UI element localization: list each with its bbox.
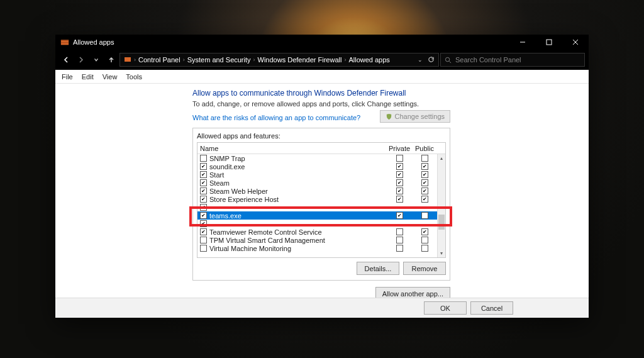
column-public[interactable]: Public <box>412 143 437 154</box>
public-checkbox[interactable] <box>421 237 428 243</box>
private-checkbox[interactable] <box>396 187 403 194</box>
app-name-label: Virtual Machine Monitoring <box>209 245 291 252</box>
app-name-label: SNMP Trap <box>209 155 245 162</box>
private-checkbox[interactable] <box>396 196 403 203</box>
navbar: › Control Panel › System and Security › … <box>55 50 589 70</box>
private-checkbox[interactable] <box>396 245 403 252</box>
forward-button[interactable] <box>74 53 88 67</box>
window: Allowed apps › Control Panel › System an… <box>55 35 589 318</box>
public-checkbox[interactable] <box>421 155 428 162</box>
up-button[interactable] <box>104 53 118 67</box>
chevron-right-icon: › <box>344 57 346 63</box>
enabled-checkbox[interactable] <box>200 245 207 252</box>
enabled-checkbox[interactable] <box>200 204 207 211</box>
cancel-button[interactable]: Cancel <box>470 301 513 315</box>
page-description: To add, change, or remove allowed apps a… <box>192 100 450 108</box>
enabled-checkbox[interactable] <box>200 171 207 178</box>
enabled-checkbox[interactable] <box>200 196 207 203</box>
table-row[interactable]: Steam Web Helper <box>197 187 445 195</box>
details-button[interactable]: Details... <box>357 262 399 275</box>
public-checkbox[interactable] <box>421 179 428 186</box>
firewall-icon <box>124 55 131 64</box>
window-title: Allowed apps <box>73 38 114 46</box>
enabled-checkbox[interactable] <box>200 155 207 162</box>
search-placeholder: Search Control Panel <box>455 56 521 64</box>
private-checkbox[interactable] <box>396 155 403 162</box>
public-checkbox[interactable] <box>421 212 428 219</box>
table-row[interactable]: Team Fortress 2 <box>197 203 445 211</box>
table-row[interactable]: Start <box>197 171 445 179</box>
column-name[interactable]: Name <box>197 143 387 154</box>
breadcrumb-item[interactable]: Allowed apps <box>348 56 389 64</box>
maximize-button[interactable] <box>536 35 562 50</box>
list-body: SNMP Trapsoundit.exeStartSteamSteam Web … <box>197 154 445 257</box>
table-row[interactable]: Steam <box>197 179 445 187</box>
breadcrumb-item[interactable]: Control Panel <box>138 56 180 64</box>
page-title: Allow apps to communicate through Window… <box>192 89 450 98</box>
vertical-scrollbar[interactable]: ▴ ▾ <box>437 154 445 257</box>
enabled-checkbox[interactable] <box>200 179 207 186</box>
app-name-label: soundit.exe <box>209 163 245 171</box>
table-row[interactable]: teams.exe <box>197 211 445 220</box>
search-input[interactable]: Search Control Panel <box>440 53 585 67</box>
menu-edit[interactable]: Edit <box>82 73 94 81</box>
app-name-label: Steam <box>209 179 230 187</box>
enabled-checkbox[interactable] <box>200 163 207 170</box>
risks-link[interactable]: What are the risks of allowing an app to… <box>192 114 360 121</box>
back-button[interactable] <box>59 53 73 67</box>
scroll-up-button[interactable]: ▴ <box>438 154 445 162</box>
chevron-right-icon: › <box>134 57 136 63</box>
private-checkbox[interactable] <box>396 179 403 186</box>
public-checkbox[interactable] <box>421 171 428 178</box>
svg-point-8 <box>445 57 449 61</box>
allowed-apps-group: Allowed apps and features: Name Private … <box>192 128 450 281</box>
app-name-label: TPM Virtual Smart Card Management <box>209 237 325 244</box>
private-checkbox[interactable] <box>396 212 403 219</box>
breadcrumb[interactable]: › Control Panel › System and Security › … <box>119 53 439 67</box>
menu-view[interactable]: View <box>103 73 118 81</box>
enabled-checkbox[interactable] <box>200 228 207 235</box>
content: Allow apps to communicate through Window… <box>55 84 589 298</box>
table-row[interactable]: Store Experience Host <box>197 195 445 203</box>
column-private[interactable]: Private <box>387 143 412 154</box>
ok-button[interactable]: OK <box>424 301 467 315</box>
public-checkbox[interactable] <box>421 245 428 252</box>
private-checkbox[interactable] <box>396 171 403 178</box>
private-checkbox[interactable] <box>396 163 403 170</box>
table-row[interactable]: Teamviewer Remote Control Application <box>197 220 445 228</box>
public-checkbox[interactable] <box>421 187 428 194</box>
minimize-button[interactable] <box>509 35 536 50</box>
table-row[interactable]: soundit.exe <box>197 162 445 171</box>
public-checkbox[interactable] <box>421 228 428 235</box>
change-settings-label: Change settings <box>395 113 445 120</box>
menu-file[interactable]: File <box>62 73 73 81</box>
breadcrumb-dropdown[interactable]: ⌄ <box>418 57 423 63</box>
change-settings-button[interactable]: Change settings <box>380 110 451 123</box>
app-name-label: Store Experience Host <box>209 196 279 203</box>
enabled-checkbox[interactable] <box>200 187 207 194</box>
remove-button[interactable]: Remove <box>403 262 446 275</box>
menubar: File Edit View Tools <box>55 70 589 84</box>
breadcrumb-item[interactable]: Windows Defender Firewall <box>258 56 342 64</box>
private-checkbox[interactable] <box>396 237 403 243</box>
list-header: Name Private Public <box>197 143 445 154</box>
refresh-button[interactable] <box>428 56 435 64</box>
table-row[interactable]: SNMP Trap <box>197 154 445 162</box>
public-checkbox[interactable] <box>421 163 428 170</box>
private-checkbox[interactable] <box>396 228 403 235</box>
recent-locations-button[interactable] <box>89 53 103 67</box>
table-row[interactable]: Virtual Machine Monitoring <box>197 244 445 252</box>
scroll-down-button[interactable]: ▾ <box>438 249 445 257</box>
table-row[interactable]: TPM Virtual Smart Card Management <box>197 236 445 244</box>
enabled-checkbox[interactable] <box>200 220 207 227</box>
enabled-checkbox[interactable] <box>200 212 207 219</box>
scrollbar-thumb[interactable] <box>438 215 445 230</box>
table-row[interactable]: Teamviewer Remote Control Service <box>197 228 445 236</box>
menu-tools[interactable]: Tools <box>126 73 142 81</box>
titlebar: Allowed apps <box>55 35 589 50</box>
breadcrumb-item[interactable]: System and Security <box>187 56 251 64</box>
app-name-label: Start <box>209 171 224 179</box>
enabled-checkbox[interactable] <box>200 237 207 243</box>
public-checkbox[interactable] <box>421 196 428 203</box>
close-button[interactable] <box>562 35 589 50</box>
